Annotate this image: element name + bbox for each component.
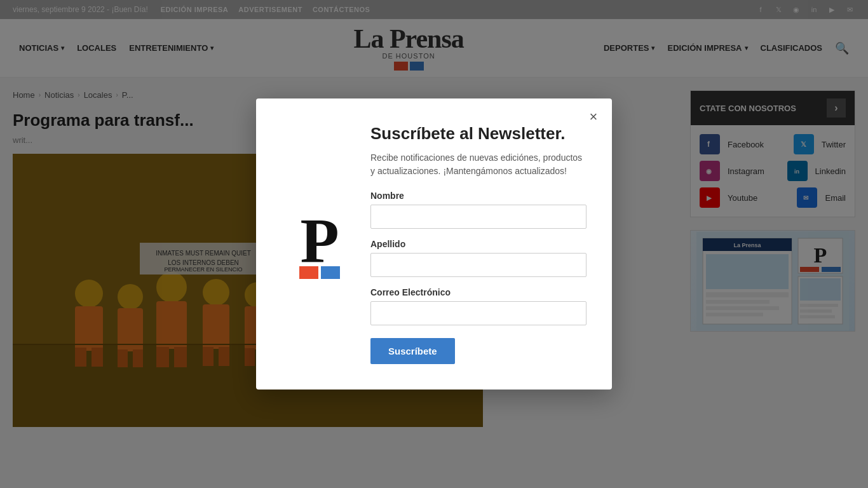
modal-logo-letter: P [300,209,339,273]
modal-close-button[interactable]: × [584,107,603,126]
nombre-label: Nombre [370,191,587,201]
modal-logo-block-red [299,266,318,279]
nombre-input[interactable] [370,205,587,229]
modal-overlay[interactable]: × P Suscríbete al Newsletter. Recibe not… [0,0,868,427]
nombre-form-group: Nombre [370,191,587,229]
modal-logo-blocks [299,266,340,279]
apellido-input[interactable] [370,253,587,277]
newsletter-modal: × P Suscríbete al Newsletter. Recibe not… [256,98,612,390]
modal-description: Recibe notificaciones de nuevas edicióne… [370,151,587,178]
modal-title: Suscríbete al Newsletter. [370,124,587,144]
modal-logo-area: P [281,124,358,364]
apellido-label: Apellido [370,239,587,249]
correo-form-group: Correo Electrónico [370,287,587,325]
modal-form-area: Suscríbete al Newsletter. Recibe notific… [370,124,587,364]
modal-body: P Suscríbete al Newsletter. Recibe notif… [281,124,587,364]
modal-logo-block-blue [321,266,340,279]
correo-label: Correo Electrónico [370,287,587,297]
correo-input[interactable] [370,301,587,325]
suscribete-button[interactable]: Suscríbete [370,338,455,364]
apellido-form-group: Apellido [370,239,587,277]
